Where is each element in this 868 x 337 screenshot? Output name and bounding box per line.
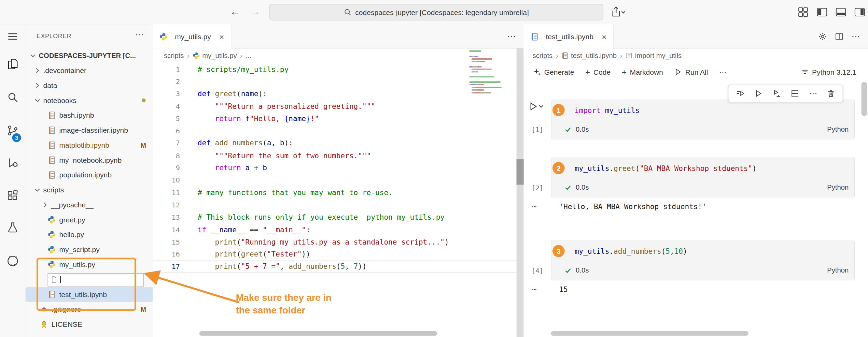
testing-icon[interactable] <box>6 221 19 234</box>
delete-cell-icon[interactable] <box>827 89 836 98</box>
toggle-secondary-sidebar-icon[interactable] <box>853 5 866 18</box>
tree-item-population-ipynb[interactable]: population.ipynb <box>26 167 153 182</box>
tab-test-utils-ipynb[interactable]: test_utils.ipynb × <box>524 24 614 48</box>
code-line-14[interactable]: 14if __name__ == "__main__": <box>153 223 516 236</box>
generate-button[interactable]: Generate <box>528 65 579 79</box>
tree-item-my-utils-py[interactable]: my_utils.py <box>26 257 153 272</box>
split-cell-icon[interactable] <box>790 89 799 98</box>
tree-item-notebooks[interactable]: notebooks <box>26 93 153 108</box>
share-button[interactable] <box>609 5 627 19</box>
toolbar-more-actions[interactable]: ⋯ <box>714 65 731 79</box>
code-line-16[interactable]: 16 print(greet("Tester")) <box>153 248 516 260</box>
cell-more-actions[interactable]: ⋯ <box>809 88 817 98</box>
tree-root-folder[interactable]: CODESPACES-JUPYTER [C... <box>26 49 153 63</box>
tree-item--gitignore[interactable]: .gitignoreM <box>26 302 153 317</box>
run-cell-button[interactable] <box>529 102 545 111</box>
code-line-2[interactable]: 2 <box>153 75 516 88</box>
notebook-cell-3[interactable]: 3my_utils.add_numbers(5,10)0.0sPython[4] <box>551 240 855 280</box>
back-button[interactable]: ← <box>228 4 242 19</box>
breadcrumb-file[interactable]: my_utils.py <box>193 52 237 60</box>
command-center[interactable]: codespaces-jupyter [Codespaces: legendar… <box>269 4 603 20</box>
breadcrumb-symbol[interactable]: import my_utils <box>626 52 682 60</box>
notebook-cell-2[interactable]: 2my_utils.greet("BA MBA Workshop stduent… <box>551 158 855 197</box>
tree-item--devcontainer[interactable]: .devcontainer <box>26 63 153 78</box>
tree-item-greet-py[interactable]: greet.py <box>26 213 153 228</box>
code-line-15[interactable]: 15 print("Running my_utils.py as a stand… <box>153 236 516 248</box>
horizontal-scrollbar[interactable] <box>199 331 437 335</box>
split-editor-icon[interactable] <box>835 32 844 41</box>
tree-item-matplotlib-ipynb[interactable]: matplotlib.ipynbM <box>26 138 153 153</box>
close-icon[interactable]: × <box>602 32 606 41</box>
cell-language[interactable]: Python <box>827 266 849 274</box>
code-line-3[interactable]: 3def greet(name): <box>153 88 516 100</box>
sidebar-more-actions[interactable]: ⋯ <box>135 29 144 40</box>
run-cell-icon[interactable] <box>754 89 763 98</box>
tree-item-hello-py[interactable]: hello.py <box>26 227 153 242</box>
code-line-10[interactable]: 10 <box>153 174 516 186</box>
cell-output: ⋯'Hello, BA MBA Workshop stduents!' <box>551 200 855 213</box>
chevron-right-icon: › <box>556 52 558 60</box>
cell-code[interactable]: 2my_utils.greet("BA MBA Workshop stduent… <box>551 158 854 179</box>
menu-icon[interactable] <box>6 30 19 43</box>
close-icon[interactable]: × <box>219 32 224 41</box>
toggle-primary-sidebar-icon[interactable] <box>815 5 828 18</box>
tree-item-my-notebook-ipynb[interactable]: my_notebook.ipynb <box>26 152 153 167</box>
cell-code[interactable]: 1import my_utils <box>551 100 854 120</box>
code-editor[interactable]: 1# scripts/my_utils.py23def greet(name):… <box>153 63 516 337</box>
editor-scrollbar-track[interactable] <box>517 48 524 337</box>
code-line-17[interactable]: 17 print("5 + 7 =", add_numbers(5, 7)) <box>153 260 516 273</box>
output-menu-icon[interactable]: ⋯ <box>532 202 537 211</box>
search-panel-icon[interactable] <box>6 91 19 104</box>
gear-icon[interactable] <box>818 32 827 41</box>
editor-more-actions[interactable]: ⋯ <box>507 31 516 42</box>
notebook-scrollbar-thumb[interactable] <box>862 82 867 116</box>
add-code-button[interactable]: +Code <box>580 65 616 79</box>
new-file-input[interactable] <box>47 273 144 286</box>
code-line-13[interactable]: 13# This block runs only if you execute … <box>153 211 516 223</box>
explorer-icon[interactable] <box>6 58 19 71</box>
tree-item-test-utils-ipynb[interactable]: test_utils.ipynb <box>26 287 153 302</box>
cell-language[interactable]: Python <box>827 183 849 191</box>
code-line-8[interactable]: 8 """Return the sum of two numbers.""" <box>153 149 516 162</box>
run-all-button[interactable]: Run All <box>669 65 713 79</box>
tab-my-utils-py[interactable]: my_utils.py × <box>153 24 231 48</box>
add-markdown-button[interactable]: +Markdown <box>617 65 668 79</box>
cell-language[interactable]: Python <box>827 125 849 133</box>
tree-item-scripts[interactable]: scripts <box>26 182 153 197</box>
tree-item-data[interactable]: data <box>26 78 153 93</box>
tree-item-image-classifier-ipynb[interactable]: image-classifier.ipynb <box>26 123 153 138</box>
notebook-cell-1[interactable]: 1import my_utils0.0sPython[1] <box>551 100 855 140</box>
run-by-line-icon[interactable] <box>736 89 744 98</box>
output-menu-icon[interactable]: ⋯ <box>532 285 537 294</box>
code-line-9[interactable]: 9 return a + b <box>153 162 516 174</box>
code-line-1[interactable]: 1# scripts/my_utils.py <box>153 63 516 75</box>
breadcrumb-folder[interactable]: scripts <box>533 52 553 60</box>
editor-scrollbar-thumb[interactable] <box>517 159 524 185</box>
code-line-6[interactable]: 6 <box>153 125 516 137</box>
tree-item-bash-ipynb[interactable]: bash.ipynb <box>26 108 153 123</box>
run-below-icon[interactable] <box>772 89 781 98</box>
notebook-horizontal-scrollbar[interactable] <box>551 331 748 335</box>
layout-grid-icon[interactable] <box>797 5 809 18</box>
tree-item-my-script-py[interactable]: my_script.py <box>26 242 153 257</box>
tree-item-license[interactable]: LICENSE <box>26 317 153 332</box>
minimap[interactable] <box>470 50 502 94</box>
extensions-icon[interactable] <box>6 189 19 202</box>
code-line-12[interactable]: 12 <box>153 199 516 211</box>
kernel-picker[interactable]: Python 3.12.1 <box>796 65 862 79</box>
run-debug-icon[interactable] <box>6 156 19 169</box>
new-file-input-row[interactable] <box>26 272 153 287</box>
code-line-7[interactable]: 7def add_numbers(a, b): <box>153 137 516 149</box>
breadcrumb-folder[interactable]: scripts <box>164 52 184 60</box>
breadcrumb-file[interactable]: test_utils.ipynb <box>561 52 617 60</box>
code-line-11[interactable]: 11# many functions that you may want to … <box>153 186 516 199</box>
code-line-5[interactable]: 5 return f"Hello, {name}!" <box>153 112 516 124</box>
code-line-4[interactable]: 4 """Return a personalized greeting.""" <box>153 100 516 112</box>
editor-more-actions[interactable]: ⋯ <box>851 31 860 42</box>
breadcrumb-more[interactable]: ... <box>246 52 252 60</box>
toggle-panel-icon[interactable] <box>834 5 847 18</box>
tree-item--pycache-[interactable]: __pycache__ <box>26 197 153 213</box>
forward-button[interactable]: → <box>248 4 262 19</box>
github-icon[interactable] <box>6 254 19 268</box>
cell-code[interactable]: 3my_utils.add_numbers(5,10) <box>551 241 854 262</box>
